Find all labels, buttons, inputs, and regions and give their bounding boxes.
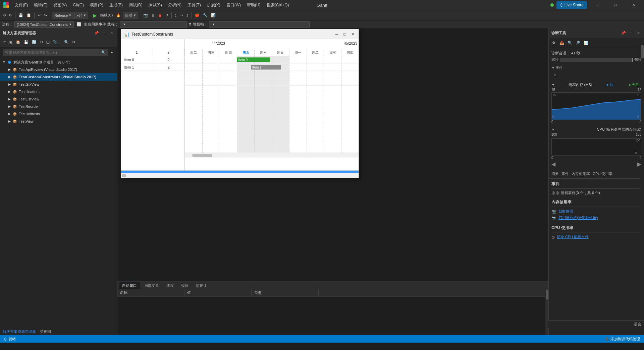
- events-pause-btn[interactable]: ⏸: [551, 71, 559, 79]
- diag-chart-btn[interactable]: 📊: [582, 39, 590, 46]
- thread-dropdown[interactable]: ▾: [120, 21, 187, 28]
- menu-analyze[interactable]: 分析(N): [165, 1, 184, 9]
- toolbar-step-out[interactable]: ⤴: [185, 11, 190, 19]
- gantt-row-1[interactable]: Item 1 2: [121, 63, 184, 71]
- se-btn-1[interactable]: ⟳: [1, 38, 7, 46]
- gantt-row-0[interactable]: Item 0 2: [121, 56, 184, 63]
- events-collapse[interactable]: ▼ 事件: [551, 65, 641, 70]
- status-text[interactable]: ⬡ 就绪: [3, 337, 17, 342]
- toolbar-btn-pause[interactable]: ⏸: [150, 11, 156, 19]
- gantt-bar-1[interactable]: Item 1: [251, 65, 281, 70]
- toolbar-play[interactable]: ▶: [92, 11, 98, 19]
- toolbar-more2[interactable]: 🔧: [202, 11, 209, 19]
- pin-button[interactable]: 📌: [94, 30, 100, 36]
- debug-scrollbar[interactable]: [545, 289, 548, 335]
- diag-settings-btn[interactable]: ⚙: [550, 39, 557, 46]
- project-5[interactable]: ▶ 📦 TestReorder: [0, 103, 117, 110]
- diag-tab-summary[interactable]: 摘要: [551, 171, 559, 177]
- release-dropdown[interactable]: Release ▾: [52, 12, 73, 19]
- diag-tab-cpuusage[interactable]: CPU 使用率: [593, 171, 612, 177]
- project-3[interactable]: ▶ 📦 TestHeaders: [0, 88, 117, 95]
- toolbar-redo[interactable]: ↪: [43, 11, 48, 19]
- menu-debug[interactable]: 调试(D): [126, 1, 145, 9]
- heap-analysis-btn[interactable]: 启用堆分析(会影响性能): [558, 215, 598, 220]
- continue-label[interactable]: 继续(C): [99, 11, 114, 19]
- app-close-button[interactable]: ✕: [350, 31, 356, 37]
- menu-view[interactable]: 视图(V): [51, 1, 69, 9]
- gantt-full-scroll-left[interactable]: [122, 174, 126, 177]
- toolbar-btn-stop[interactable]: ⏹: [157, 11, 163, 19]
- project-6[interactable]: ▶ 📦 TestUnittests: [0, 110, 117, 118]
- solution-root[interactable]: ▼ 🔷 解决方案'Gantt'(8 个项目，共 8 个): [0, 58, 117, 66]
- menu-tools[interactable]: 工具(T): [185, 1, 203, 9]
- se-btn-home[interactable]: 🏠: [14, 38, 22, 46]
- diag-scroll-thumb[interactable]: [641, 45, 644, 58]
- gantt-scroll-thumb[interactable]: [192, 154, 212, 157]
- gantt-full-scrollbar[interactable]: [121, 173, 359, 178]
- search-options-btn[interactable]: ▾: [110, 48, 114, 56]
- diag-tab-events[interactable]: 事件: [561, 171, 569, 177]
- menu-build[interactable]: 生成(B): [107, 1, 125, 9]
- diag-tab-memusage[interactable]: 内存使用率: [572, 171, 590, 177]
- diag-zoom-in-btn[interactable]: 🔍: [566, 39, 574, 46]
- toolbar-btn-restart[interactable]: ↺: [164, 11, 170, 19]
- close-button[interactable]: ✕: [626, 0, 641, 10]
- se-btn-3[interactable]: 🔄: [31, 38, 38, 46]
- menu-window[interactable]: 窗口(W): [224, 1, 244, 9]
- app-minimize-button[interactable]: ─: [334, 31, 340, 37]
- project-1[interactable]: ▶ 📦 TestCustomConstraints (Visual Studio…: [0, 73, 117, 81]
- se-btn-settings[interactable]: ⚙: [71, 38, 77, 46]
- debug-scroll-thumb[interactable]: [546, 290, 548, 300]
- cpu-collapse[interactable]: ▼: [551, 128, 555, 131]
- toolbar-more1[interactable]: 🍎: [194, 11, 201, 19]
- capture-snapshot-btn[interactable]: 截取快照: [558, 209, 573, 214]
- tab-auto-window[interactable]: 自动窗口: [119, 282, 140, 289]
- toolbar-save[interactable]: 💾: [17, 11, 24, 19]
- tab-locals[interactable]: 局部变量: [141, 282, 162, 289]
- se-btn-search[interactable]: 🔍: [63, 38, 70, 46]
- app-maximize-button[interactable]: □: [342, 31, 348, 37]
- menu-edit[interactable]: 编辑(E): [31, 1, 50, 9]
- se-btn-6[interactable]: 📎: [52, 38, 59, 46]
- toolbar-undo[interactable]: ↩: [36, 11, 42, 19]
- tab-threads[interactable]: 线程: [163, 282, 177, 289]
- tab-watch[interactable]: 监视 1: [193, 282, 210, 289]
- se-btn-2[interactable]: ◉: [8, 38, 14, 46]
- se-btn-save[interactable]: 💾: [22, 38, 30, 46]
- menu-extensions[interactable]: 扩展(X): [204, 1, 223, 9]
- platform-dropdown[interactable]: x64 ▾: [74, 12, 88, 19]
- lifecycle-icon[interactable]: ⬜: [75, 20, 83, 29]
- maximize-button[interactable]: □: [608, 0, 623, 10]
- project-0[interactable]: ▶ 📦 TestApiReview (Visual Studio 2017): [0, 66, 117, 73]
- live-share-button[interactable]: ⬡ Live Share: [556, 1, 587, 9]
- se-link-1[interactable]: 解决方案资源管理器: [3, 329, 36, 334]
- menu-test[interactable]: 测试(S): [146, 1, 165, 9]
- toolbar-btn-1[interactable]: ⟲: [1, 11, 7, 19]
- process-dropdown[interactable]: [10824] TestCustomConstraints ▾: [14, 21, 74, 28]
- gantt-bar-0[interactable]: Item 0: [237, 57, 270, 62]
- toolbar-step-over[interactable]: ⤳: [179, 11, 184, 19]
- auto-hide-button[interactable]: ⊣: [101, 30, 107, 36]
- search-input[interactable]: 搜索解决方案资源管理器(Ctrl+;) 🔍: [3, 49, 108, 56]
- diag-pin-button[interactable]: 📌: [621, 30, 627, 36]
- record-cpu-btn[interactable]: 记录 CPU 配置文件: [557, 234, 589, 239]
- cpu-nav-left[interactable]: ◀: [551, 161, 555, 167]
- auto-dropdown[interactable]: 自动 ▾: [123, 12, 138, 19]
- se-link-2[interactable]: 类视图: [40, 329, 51, 334]
- mem-collapse-arrow[interactable]: ▼: [551, 83, 555, 87]
- menu-file[interactable]: 文件(F): [12, 1, 31, 9]
- menu-git[interactable]: Git(G): [70, 1, 87, 9]
- menu-project[interactable]: 项目(P): [87, 1, 106, 9]
- toolbar-btn-2[interactable]: ⟳: [8, 11, 13, 19]
- project-2[interactable]: ▶ 📦 TestGfxView: [0, 81, 117, 88]
- minimize-button[interactable]: ─: [590, 0, 605, 10]
- diag-autohide-button[interactable]: ⊣: [628, 30, 634, 36]
- toolbar-btn-3[interactable]: 📋: [25, 11, 33, 19]
- se-btn-4[interactable]: ↻: [39, 38, 44, 46]
- diag-close-button[interactable]: ✕: [635, 30, 641, 36]
- gantt-scrollbar-h[interactable]: [185, 153, 359, 158]
- close-panel-button[interactable]: ✕: [108, 30, 114, 36]
- diag-export-btn[interactable]: 📤: [558, 39, 566, 46]
- diag-scrollbar[interactable]: [641, 38, 644, 328]
- tab-modules[interactable]: 模块: [178, 282, 192, 289]
